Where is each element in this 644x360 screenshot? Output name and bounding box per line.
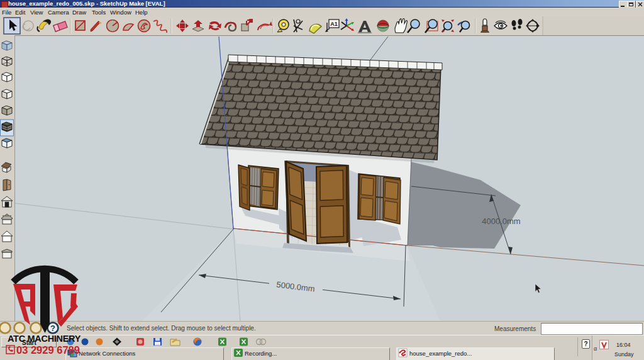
svg-text:A1: A1 xyxy=(330,21,338,27)
svg-text:ATC MACHINERY: ATC MACHINERY xyxy=(8,334,81,344)
svg-text:4000.0mm: 4000.0mm xyxy=(482,217,520,226)
svg-text:03 2929 6789: 03 2929 6789 xyxy=(16,344,80,356)
